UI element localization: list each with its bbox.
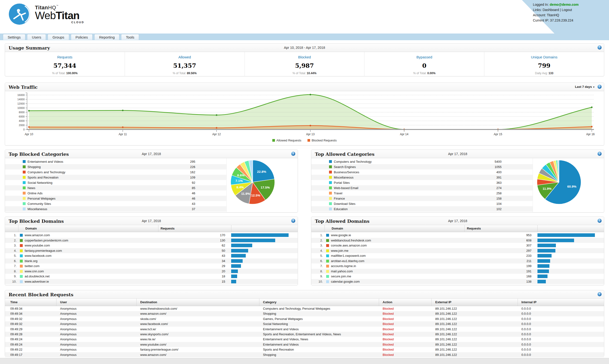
brand-titan-bold: Titan (56, 10, 79, 21)
logout-link[interactable]: Logout (562, 8, 572, 12)
request-time: 09:49:29 (10, 327, 23, 332)
domain-row: 6.blank.org34 (5, 259, 298, 264)
top-allowed-categories-panel: Top Allowed Categories Apr 17, 2018 ? Co… (311, 150, 604, 212)
category-list: Entertainment and Videos295Shopping226Co… (5, 159, 226, 211)
request-destination: www.youtube.com/ (140, 342, 166, 347)
recent-request-row: 09:49:29Anonymouswww.tv3.ie/Entertainmen… (5, 327, 604, 332)
domain-requests-bar (231, 274, 237, 278)
domain-color-swatch (326, 280, 329, 283)
domain-name: twitter.com (25, 263, 39, 269)
domain-row: 1.www.amazon.com170 (5, 233, 298, 238)
domain-requests-bar (537, 244, 556, 247)
page-footer (0, 358, 609, 364)
request-time: 09:49:32 (10, 316, 23, 321)
request-user: Anonymous (60, 316, 77, 321)
help-icon[interactable]: ? (597, 292, 602, 296)
category-color-swatch (23, 181, 26, 184)
domain-requests-bar (537, 254, 552, 258)
request-user: Anonymous (60, 306, 77, 311)
data-point-marker (216, 127, 217, 129)
logged-in-email: demo@demo.com (550, 3, 579, 6)
help-icon[interactable]: ? (597, 45, 602, 50)
legend-item-blocked-requests: Blocked Requests (308, 139, 337, 142)
category-label: Miscellaneous (334, 176, 353, 179)
pie-slice-label: 12.5% (251, 194, 260, 197)
domain-row: 2.copperfasten.providentcrm.com130 (5, 238, 298, 243)
tab-tools[interactable]: Tools (121, 34, 139, 40)
pie-chart-svg: 60.9%11.9% (536, 159, 582, 205)
allowed-requests-area (29, 94, 592, 130)
domain-requests-bar (537, 239, 574, 242)
category-label: Web-based Email (334, 186, 358, 190)
category-color-swatch (23, 202, 26, 205)
help-icon[interactable]: ? (597, 219, 602, 223)
request-user: Anonymous (60, 342, 77, 347)
range-selector-label: Last 7 days (575, 85, 592, 89)
tab-users[interactable]: Users (27, 34, 46, 40)
category-label: Personal Webpages (27, 197, 55, 200)
data-point-marker (28, 126, 30, 128)
domain-name: www.join.me (331, 248, 349, 253)
domain-name: ad.doubleclick.net (25, 274, 50, 279)
category-color-swatch (329, 181, 332, 184)
category-label: Portal Sites (334, 181, 350, 184)
tab-policies[interactable]: Policies (71, 34, 93, 40)
domain-row: 9.ad.doubleclick.net18 (5, 274, 298, 279)
request-destination: www.amazon.com/ (140, 352, 166, 357)
range-selector-dropdown[interactable]: Last 7 days ▼ (575, 85, 595, 89)
request-category: Computers and Technology, Personal Webpa… (263, 306, 330, 311)
domain-rank: 9. (311, 274, 323, 279)
recent-request-row: 09:49:32Anonymouswww.facebook.com/Social… (5, 321, 604, 326)
tab-groups[interactable]: Groups (48, 34, 69, 40)
domain-rank: 5. (311, 253, 323, 259)
domain-row: 5.mailfilter1.cwpowerit.com233 (311, 253, 604, 259)
request-user: Anonymous (60, 347, 77, 352)
recent-table-rows: 09:49:34Anonymouswww.thewindowsclub.com/… (5, 306, 604, 357)
column-header-domain: Domain (332, 227, 343, 230)
dashboard-link[interactable]: Dashboard (543, 8, 559, 12)
help-icon[interactable]: ? (291, 152, 295, 156)
help-icon[interactable]: ? (597, 85, 602, 89)
category-row: News85 (5, 185, 226, 191)
stat-sub: % of Total: 0.00% (364, 72, 484, 75)
brand-web: Web (35, 10, 56, 21)
category-value: 104 (496, 202, 533, 206)
domain-row: 2.webtitancloud.freshdesk.com608 (311, 238, 604, 243)
panel-date: Apr 17, 2018 (5, 219, 298, 223)
domain-row: 6.arctitan-eu1.titanhq.com211 (311, 259, 604, 264)
request-action: Blocked (383, 306, 394, 311)
domain-requests-bar (537, 264, 549, 268)
domain-color-swatch (20, 275, 23, 278)
request-external-ip: 89.101.246.122 (435, 311, 457, 316)
domain-rank: 8. (311, 269, 323, 274)
x-axis-label: Apr 10 (25, 133, 33, 136)
stat-unique-domains: Unique Domains799Daily Avg: 133 (484, 52, 604, 76)
category-row: Personal Webpages46 (5, 196, 226, 201)
date-range: Apr 10, 2018 - Apr 17, 2018 (5, 46, 604, 50)
help-icon[interactable]: ? (597, 152, 602, 156)
top-allowed-categories-header: Top Allowed Categories Apr 17, 2018 ? (311, 150, 604, 158)
category-label: Entertainment and Videos (27, 160, 63, 163)
account-value: TitanHQ (547, 13, 559, 17)
domain-requests-value: 34 (158, 259, 225, 264)
help-icon[interactable]: ? (291, 219, 295, 223)
column-divider (537, 225, 538, 232)
chevron-down-icon: ▼ (593, 86, 595, 88)
tab-settings[interactable]: Settings (3, 34, 25, 40)
usage-stats-row: Requests57,344% of Total: 100.00%Allowed… (5, 52, 604, 76)
request-user: Anonymous (60, 352, 77, 357)
category-color-swatch (329, 197, 332, 200)
tab-reporting[interactable]: Reporting (94, 34, 119, 40)
domain-color-swatch (326, 260, 329, 262)
category-value: 226 (190, 165, 226, 169)
domain-rank: 3. (5, 243, 16, 248)
domain-row: 3.www.youtube.com62 (5, 243, 298, 248)
domain-name: accounts.logme.in (331, 263, 356, 269)
category-value: 295 (190, 160, 226, 163)
domain-rank: 7. (5, 263, 16, 269)
column-header-category: Category (263, 300, 276, 304)
domain-requests-value: 18 (158, 274, 225, 279)
legend-swatch (308, 139, 310, 142)
category-color-swatch (329, 160, 332, 163)
request-time: 09:49:17 (10, 352, 23, 357)
